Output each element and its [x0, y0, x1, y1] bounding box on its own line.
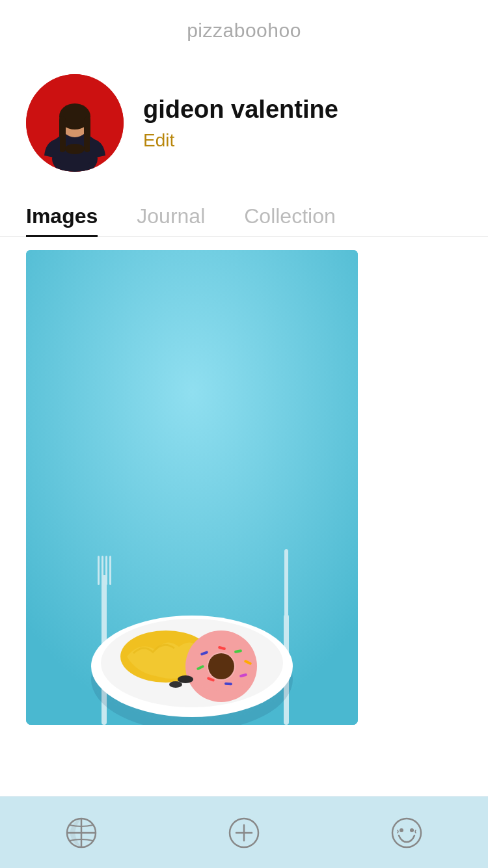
header-username: pizzaboohoo	[187, 20, 301, 42]
tab-journal[interactable]: Journal	[137, 198, 205, 237]
svg-rect-15	[102, 556, 103, 585]
profile-name: gideon valentine	[143, 95, 338, 125]
content-area	[0, 237, 488, 725]
svg-rect-16	[105, 556, 107, 585]
svg-point-44	[410, 828, 414, 832]
tab-collection[interactable]: Collection	[244, 198, 336, 237]
svg-rect-19	[284, 549, 288, 621]
tab-images[interactable]: Images	[26, 198, 98, 237]
avatar[interactable]	[26, 74, 124, 172]
svg-rect-8	[84, 116, 90, 152]
face-nav-icon[interactable]	[387, 813, 426, 852]
edit-button[interactable]: Edit	[143, 130, 338, 151]
svg-rect-7	[59, 116, 66, 152]
add-nav-icon[interactable]	[224, 813, 264, 852]
svg-rect-14	[98, 556, 100, 585]
image-card[interactable]	[26, 250, 358, 725]
svg-point-43	[400, 828, 403, 832]
app-header: pizzaboohoo	[0, 0, 488, 55]
svg-point-35	[178, 675, 193, 683]
svg-point-36	[169, 681, 182, 688]
profile-section: gideon valentine Edit	[0, 55, 488, 198]
bottom-nav	[0, 796, 488, 868]
profile-info: gideon valentine Edit	[143, 95, 338, 151]
svg-point-42	[392, 819, 421, 847]
food-image	[26, 250, 358, 725]
globe-nav-icon[interactable]	[62, 813, 101, 852]
svg-rect-17	[109, 556, 111, 585]
tabs-container: Images Journal Collection	[0, 198, 488, 237]
svg-point-9	[65, 144, 85, 154]
svg-point-34	[208, 653, 234, 679]
